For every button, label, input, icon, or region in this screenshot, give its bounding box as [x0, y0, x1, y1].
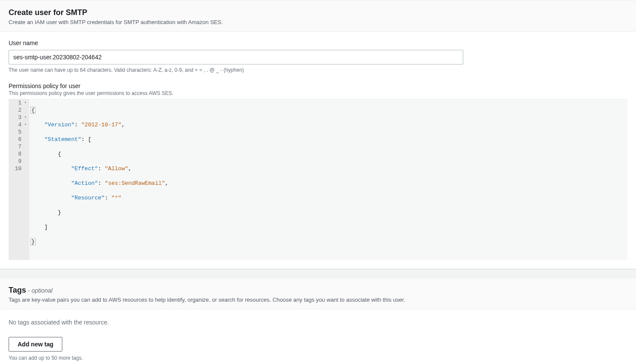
add-new-tag-button[interactable]: Add new tag	[9, 337, 62, 352]
page-subtitle: Create an IAM user with SMTP credentials…	[9, 19, 627, 25]
tags-header: Tags - optional Tags are key-value pairs…	[0, 278, 636, 309]
policy-sub: This permissions policy gives the user p…	[9, 90, 627, 96]
editor-code[interactable]: { "Version": "2012-10-17", "Statement": …	[29, 99, 170, 260]
create-user-panel: Create user for SMTP Create an IAM user …	[0, 0, 636, 269]
page-title: Create user for SMTP	[9, 8, 627, 17]
tags-limit-hint: You can add up to 50 more tags.	[9, 355, 627, 361]
fold-icon[interactable]: ▾	[23, 114, 27, 121]
tags-optional: - optional	[26, 287, 53, 294]
editor-gutter: 1▾ 2 3▾ 4▾ 5 6 7 8 9 10	[9, 99, 29, 260]
tags-empty-text: No tags associated with the resource.	[9, 319, 627, 326]
tags-panel: Tags - optional Tags are key-value pairs…	[0, 278, 636, 364]
fold-icon[interactable]: ▾	[23, 121, 27, 128]
policy-editor[interactable]: 1▾ 2 3▾ 4▾ 5 6 7 8 9 10 { "Version": "20…	[9, 99, 627, 260]
tags-title: Tags	[9, 286, 26, 294]
panel-body: User name The user name can have up to 6…	[0, 32, 636, 269]
username-input[interactable]	[9, 50, 463, 64]
username-label: User name	[9, 40, 627, 46]
panel-header: Create user for SMTP Create an IAM user …	[0, 0, 636, 32]
fold-icon[interactable]: ▾	[23, 99, 27, 107]
tags-sub: Tags are key-value pairs you can add to …	[9, 297, 627, 303]
policy-label: Permissions policy for user	[9, 83, 627, 89]
username-hint: The user name can have up to 64 characte…	[9, 67, 627, 73]
tags-body: No tags associated with the resource. Ad…	[0, 309, 636, 364]
